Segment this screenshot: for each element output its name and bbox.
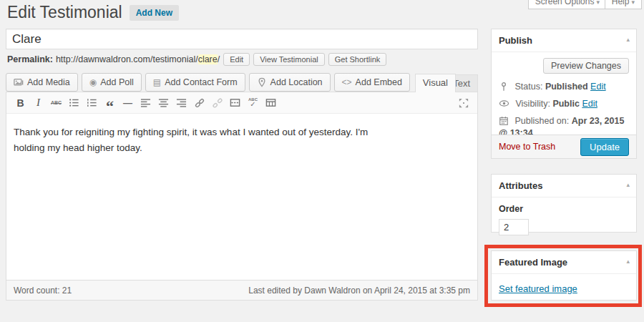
last-edited-text: Last edited by Dawn Waldron on April 24,… [248, 286, 470, 296]
view-testimonial-button[interactable]: View Testimonial [253, 53, 325, 66]
spellcheck-icon[interactable]: ABC✓ [244, 95, 262, 111]
toolbar-toggle-icon[interactable] [262, 95, 280, 111]
set-featured-image-link[interactable]: Set featured image [499, 283, 577, 294]
help-button[interactable]: Help▾ [605, 0, 642, 9]
order-label: Order [499, 204, 523, 214]
featured-image-panel-header[interactable]: Featured Image ▴ [492, 251, 636, 274]
unlink-icon[interactable] [208, 95, 226, 111]
editor: B I ABC “ — ABC✓ Thank you for reignitin… [6, 92, 478, 301]
word-count-value: 21 [62, 286, 72, 296]
align-center-icon[interactable] [155, 95, 172, 111]
publish-panel: Publish ▴ Preview Changes Status: Publis… [491, 29, 637, 159]
permalink: Permalink: http://dawnwaldron.com/testim… [7, 53, 386, 66]
attributes-panel: Attributes ▴ Order [491, 174, 637, 233]
collapse-arrow-icon[interactable]: ▴ [626, 36, 630, 43]
screen-options-button[interactable]: Screen Options▾ [528, 0, 607, 9]
strikethrough-icon[interactable]: ABC [47, 95, 65, 111]
italic-icon[interactable]: I [29, 95, 47, 111]
permalink-edit-button[interactable]: Edit [223, 53, 250, 66]
editor-text-line: Thank you for reigniting my fighting spi… [14, 125, 470, 140]
update-button[interactable]: Update [580, 138, 629, 156]
tab-visual[interactable]: Visual [415, 74, 456, 92]
edit-status-link[interactable]: Edit [590, 82, 606, 92]
editor-text-line: holding my head higher today. [14, 140, 470, 156]
caret-down-icon: ▾ [631, 0, 635, 6]
preview-changes-button[interactable]: Preview Changes [543, 58, 629, 74]
align-right-icon[interactable] [172, 95, 190, 111]
collapse-arrow-icon[interactable]: ▴ [626, 181, 630, 188]
status-value: Published [545, 82, 588, 92]
more-tag-icon[interactable] [226, 95, 244, 111]
visibility-eye-icon [499, 98, 509, 109]
editor-statusbar: Word count: 21 Last edited by Dawn Waldr… [6, 280, 477, 300]
page-header: Edit Testimonial Add New [7, 2, 179, 23]
publish-actions: Move to Trash Update [492, 135, 636, 158]
fullscreen-icon[interactable] [454, 95, 472, 111]
calendar-icon [499, 116, 509, 126]
attributes-panel-title: Attributes [499, 180, 542, 191]
permalink-url: http://dawnwaldron.com/testimonial/clare… [56, 54, 220, 64]
link-icon[interactable] [190, 95, 208, 111]
order-input[interactable] [499, 219, 529, 235]
edit-visibility-link[interactable]: Edit [582, 99, 597, 109]
bulleted-list-icon[interactable] [65, 95, 83, 111]
publish-panel-header[interactable]: Publish ▴ [492, 29, 636, 52]
screen-options-label: Screen Options [535, 0, 595, 6]
editor-mode-tabs: Visual Text [6, 74, 478, 92]
attributes-panel-header[interactable]: Attributes ▴ [492, 175, 636, 197]
horizontal-rule-icon[interactable]: — [119, 95, 137, 111]
status-pin-icon [499, 82, 509, 92]
permalink-label: Permalink: [7, 54, 53, 64]
align-left-icon[interactable] [137, 95, 155, 111]
help-label: Help [612, 0, 630, 6]
blockquote-icon[interactable]: “ [101, 95, 119, 111]
add-new-button[interactable]: Add New [130, 5, 179, 21]
caret-down-icon: ▾ [596, 0, 600, 6]
numbered-list-icon[interactable] [83, 95, 101, 111]
editor-toolbar: B I ABC “ — ABC✓ [6, 92, 477, 114]
move-to-trash-link[interactable]: Move to Trash [499, 142, 555, 152]
publish-panel-title: Publish [499, 35, 532, 46]
word-count: Word count: 21 [14, 286, 72, 296]
page-title: Edit Testimonial [7, 2, 122, 23]
editor-content[interactable]: Thank you for reigniting my fighting spi… [6, 114, 477, 167]
bold-icon[interactable]: B [11, 95, 29, 111]
featured-image-panel-title: Featured Image [499, 257, 567, 268]
collapse-arrow-icon[interactable]: ▴ [626, 258, 630, 265]
visibility-value: Public [552, 99, 580, 109]
title-input[interactable] [6, 29, 478, 49]
visibility-row: Visibility: Public Edit [499, 98, 629, 110]
permalink-slug: clare [198, 54, 218, 64]
featured-image-panel: Featured Image ▴ Set featured image [491, 250, 637, 301]
get-shortlink-button[interactable]: Get Shortlink [328, 53, 387, 66]
status-row: Status: Published Edit [499, 81, 629, 93]
